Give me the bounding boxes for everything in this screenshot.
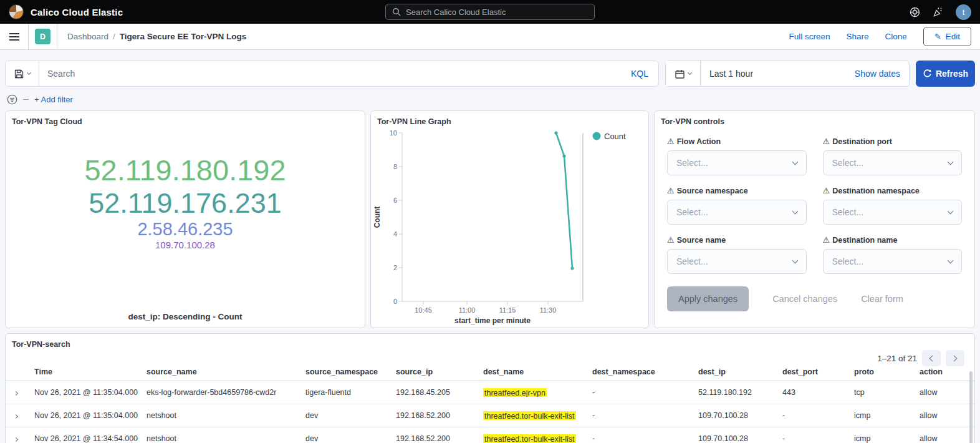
user-avatar[interactable]: t [956,4,971,20]
cell-action: allow [912,411,974,420]
share-link[interactable]: Share [847,32,869,41]
tag-cloud-tag[interactable]: 52.119.180.192 [84,153,286,187]
panel-title: Tor-VPN-search [12,340,974,349]
count-series-line [556,133,572,268]
data-point[interactable] [554,131,557,134]
field-label: ⚠Flow Action [667,137,807,146]
table-row: Nov 26, 2021 @ 11:35:04.000 netshoot dev… [6,404,974,427]
y-tick: 8 [393,163,397,170]
destination-namespace-select[interactable]: Select... [823,200,963,225]
warning-icon: ⚠ [667,186,675,195]
table-scrollbar[interactable] [969,371,973,443]
source-name-field: ⚠Source name Select... [667,235,807,274]
cell-dest-namespace: - [585,411,691,420]
warning-icon: ⚠ [823,235,830,245]
filter-bar: + Add filter [5,87,975,105]
pagination: 1–21 of 21 [877,350,964,366]
destination-namespace-field: ⚠Destination namespace Select... [823,186,963,225]
warning-icon: ⚠ [667,235,675,245]
add-filter-link[interactable]: + Add filter [34,95,73,104]
tag-cloud-tag[interactable]: 2.58.46.235 [137,219,233,240]
tag-cloud-caption: dest_ip: Descending - Count [6,312,365,321]
column-header[interactable]: source_name [139,368,298,376]
saved-query-button[interactable] [6,61,39,86]
prev-page-button[interactable] [922,350,941,366]
date-picker-button[interactable] [666,61,701,86]
chevron-right-icon [951,355,958,361]
expand-row-button[interactable] [6,434,27,443]
flow-action-field: ⚠Flow Action Select... [667,137,807,175]
global-search-placeholder: Search Calico Cloud Elastic [406,7,506,17]
pagination-label: 1–21 of 21 [877,354,917,363]
edit-button[interactable]: ✎ Edit [923,27,971,46]
full-screen-link[interactable]: Full screen [789,32,830,41]
hamburger-icon [9,32,19,41]
query-search-group: Search KQL [5,61,659,87]
highlighted-value: threatfeed.tor-bulk-exit-list [483,411,576,420]
pencil-icon: ✎ [934,32,941,41]
query-bar: Search KQL Last 1 hour Show dates Refres… [5,61,975,87]
global-search-input[interactable]: Search Calico Cloud Elastic [385,4,595,20]
column-header[interactable]: source_ip [388,368,476,376]
refresh-button[interactable]: Refresh [916,61,975,87]
announcements-icon[interactable] [933,7,943,17]
query-input[interactable]: Search [39,69,621,79]
save-query-icon [14,69,24,79]
show-dates-link[interactable]: Show dates [855,69,909,79]
cell-dest-port: 443 [775,388,847,397]
cell-dest-port: - [775,411,847,420]
data-point[interactable] [562,154,565,157]
tag-cloud-tag[interactable]: 109.70.100.28 [155,240,215,250]
source-name-select[interactable]: Select... [667,249,807,274]
highlighted-value: threatfeed.ejr-vpn [483,388,547,397]
kql-toggle[interactable]: KQL [621,69,658,79]
column-header[interactable]: proto [847,368,912,376]
chevron-down-icon [948,159,954,165]
edit-button-label: Edit [946,32,960,41]
column-header[interactable]: action [912,368,974,376]
controls-actions: Apply changes Cancel changes Clear form [663,286,966,311]
legend-label[interactable]: Count [604,132,626,141]
clear-form-button[interactable]: Clear form [861,294,903,304]
breadcrumb: Dashboard / Tigera Secure EE Tor-VPN Log… [67,32,246,41]
filter-icon[interactable] [7,94,17,105]
legend-swatch [593,132,601,140]
column-header[interactable]: Time [27,368,139,376]
cell-source-namespace: tigera-fluentd [298,388,388,397]
expand-row-button[interactable] [6,411,27,420]
cell-proto: icmp [847,434,912,443]
field-label: ⚠Source name [667,235,807,245]
column-header[interactable]: source_namespace [298,368,388,376]
cell-source-ip: 192.168.52.200 [388,411,476,420]
global-header: Calico Cloud Elastic Search Calico Cloud… [0,0,980,24]
next-page-button[interactable] [946,350,964,366]
breadcrumb-dashboard[interactable]: Dashboard [67,32,108,41]
source-namespace-select[interactable]: Select... [667,200,807,225]
menu-button[interactable] [0,24,29,49]
cell-time: Nov 26, 2021 @ 11:35:04.000 [27,388,139,397]
flow-action-select[interactable]: Select... [667,150,807,175]
clone-link[interactable]: Clone [885,32,907,41]
column-header[interactable]: dest_name [476,368,585,376]
column-header[interactable]: dest_ip [691,368,775,376]
x-tick: 11:30 [540,306,557,314]
data-point[interactable] [570,266,574,270]
tag-cloud: 52.119.180.192 52.119.176.231 2.58.46.23… [6,153,365,250]
expand-row-button[interactable] [6,388,27,397]
destination-port-select[interactable]: Select... [823,150,963,175]
controls-panel: Tor-VPN controls ⚠Flow Action Select... … [654,110,975,328]
cell-dest-name: threatfeed.tor-bulk-exit-list [476,434,585,443]
cancel-changes-button[interactable]: Cancel changes [772,294,837,304]
column-header[interactable]: dest_namespace [585,368,691,376]
dashboard-app-badge[interactable]: D [35,29,50,44]
time-range-value[interactable]: Last 1 hour [709,69,753,79]
calico-logo-icon[interactable] [9,4,24,19]
column-header[interactable]: dest_port [775,368,847,376]
chevron-left-icon [930,355,936,361]
destination-name-select[interactable]: Select... [823,249,963,274]
apply-changes-button[interactable]: Apply changes [667,286,749,311]
cell-action: allow [912,434,974,443]
help-icon[interactable] [910,7,920,17]
y-tick: 10 [390,129,397,137]
tag-cloud-tag[interactable]: 52.119.176.231 [89,187,281,219]
